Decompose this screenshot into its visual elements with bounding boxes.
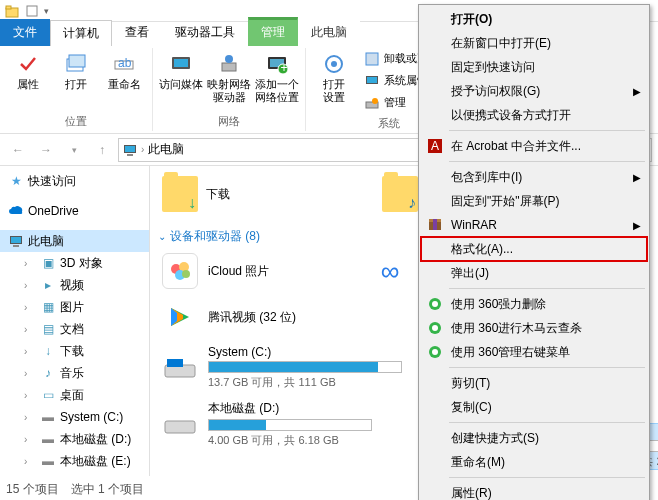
tree-downloads[interactable]: ›↓下载 [0,340,149,362]
ribbon-properties[interactable]: 属性 [6,48,50,112]
svg-rect-17 [366,53,378,65]
tab-drive-tools[interactable]: 驱动器工具 [162,19,248,46]
ctx-360-menu[interactable]: 使用 360管理右键菜单 [421,340,647,364]
pc-icon [123,143,137,157]
svg-text:A: A [431,139,439,153]
svg-point-21 [372,98,378,104]
submenu-arrow-icon: ▶ [633,220,641,231]
nav-forward-button[interactable]: → [34,138,58,162]
drive-icon [162,406,198,442]
nav-up-button[interactable]: ↑ [90,138,114,162]
ribbon-open[interactable]: 打开 [54,48,98,112]
folder-music-partial[interactable]: ♪ [382,174,422,214]
tree-documents[interactable]: ›▤文档 [0,318,149,340]
360-icon [427,296,443,312]
ctx-cut[interactable]: 剪切(T) [421,371,647,395]
cloud-icon [8,203,24,219]
tree-drive-e[interactable]: ›▬本地磁盘 (E:) [0,450,149,472]
add-location-icon: + [265,52,289,76]
status-selection: 选中 1 个项目 [71,481,144,498]
drive-d[interactable]: 本地磁盘 (D:)4.00 GB 可用，共 6.18 GB [162,400,372,448]
ctx-new-window[interactable]: 在新窗口中打开(E) [421,31,647,55]
ctx-winrar[interactable]: WinRAR▶ [421,213,647,237]
winrar-icon [427,217,443,233]
tab-manage[interactable]: 管理 [248,17,298,46]
app-icloud[interactable]: iCloud 照片 [162,253,342,289]
drive-icon: ▬ [40,431,56,447]
tree-drive-c[interactable]: ›▬System (C:) [0,406,149,428]
ribbon-open-settings[interactable]: 打开 设置 [312,48,356,114]
svg-rect-27 [13,245,19,247]
status-bar: 15 个项目 选中 1 个项目 [6,481,144,498]
ribbon-add-location[interactable]: +添加一个 网络位置 [255,48,299,112]
ribbon-group-network: 网络 [218,112,240,131]
open-icon [64,52,88,76]
ctx-properties[interactable]: 属性(R) [421,481,647,500]
ctx-copy[interactable]: 复制(C) [421,395,647,419]
ctx-acrobat[interactable]: A在 Acrobat 中合并文件... [421,134,647,158]
ribbon-rename[interactable]: ab重命名 [102,48,146,112]
svg-text:ab: ab [118,56,132,70]
ctx-shortcut[interactable]: 创建快捷方式(S) [421,426,647,450]
tree-drive-h[interactable]: ›▬DISK2 (H:) [0,472,149,476]
tree-music[interactable]: ›♪音乐 [0,362,149,384]
tree-drive-d[interactable]: ›▬本地磁盘 (D:) [0,428,149,450]
settings-icon [322,52,346,76]
ctx-eject[interactable]: 弹出(J) [421,261,647,285]
folder-icon: ↓ [162,176,198,212]
media-icon [169,52,193,76]
svg-rect-9 [222,63,236,71]
acrobat-icon: A [427,138,443,154]
pc-icon [8,233,24,249]
tab-computer[interactable]: 计算机 [50,20,112,46]
ctx-format[interactable]: 格式化(A)... [421,237,647,261]
tree-quick-access[interactable]: ★快速访问 [0,170,149,192]
svg-rect-34 [165,421,195,433]
uninstall-icon [364,51,380,67]
ribbon-access-media[interactable]: 访问媒体 [159,48,203,112]
svg-rect-19 [367,77,377,83]
app-baidu-partial[interactable]: ∞ [372,253,412,289]
ctx-open[interactable]: 打开(O) [421,7,647,31]
tree-3d-objects[interactable]: ›▣3D 对象 [0,252,149,274]
document-icon: ▤ [40,321,56,337]
drive-icon: ▬ [40,409,56,425]
nav-recent-button[interactable]: ▾ [62,138,86,162]
chevron-down-icon: ⌄ [158,231,166,242]
tab-file[interactable]: 文件 [0,19,50,46]
baidu-icon: ∞ [372,253,408,289]
qat-properties-icon[interactable] [24,3,40,19]
tree-onedrive[interactable]: OneDrive [0,200,149,222]
tree-videos[interactable]: ›▸视频 [0,274,149,296]
svg-rect-33 [167,359,183,367]
context-menu: 打开(O) 在新窗口中打开(E) 固定到快速访问 授予访问权限(G)▶ 以便携式… [418,4,650,500]
manage-icon [364,95,380,111]
nav-back-button[interactable]: ← [6,138,30,162]
ribbon-map-drive[interactable]: 映射网络 驱动器 [207,48,251,112]
tree-desktop[interactable]: ›▭桌面 [0,384,149,406]
folder-downloads[interactable]: ↓下载 [162,174,362,214]
picture-icon: ▦ [40,299,56,315]
svg-text:+: + [281,61,288,75]
ctx-rename[interactable]: 重命名(M) [421,450,647,474]
svg-rect-2 [27,6,37,16]
ctx-grant-access[interactable]: 授予访问权限(G)▶ [421,79,647,103]
app-tencent-video[interactable]: 腾讯视频 (32 位) [162,299,362,335]
tree-pictures[interactable]: ›▦图片 [0,296,149,318]
tab-view[interactable]: 查看 [112,19,162,46]
qat-dropdown-icon[interactable]: ▾ [44,6,49,16]
tencent-icon [162,299,198,335]
ctx-library[interactable]: 包含到库中(I)▶ [421,165,647,189]
system-icon [364,73,380,89]
ctx-pin-start[interactable]: 固定到"开始"屏幕(P) [421,189,647,213]
ctx-360-delete[interactable]: 使用 360强力删除 [421,292,647,316]
ctx-portable[interactable]: 以便携式设备方式打开 [421,103,647,127]
svg-rect-4 [69,55,85,67]
tree-this-pc[interactable]: 此电脑 [0,230,149,252]
cube-icon: ▣ [40,255,56,271]
svg-point-31 [182,270,190,278]
ctx-pin-quick[interactable]: 固定到快速访问 [421,55,647,79]
ribbon-group-location: 位置 [65,112,87,131]
ctx-360-scan[interactable]: 使用 360进行木马云查杀 [421,316,647,340]
drive-c[interactable]: System (C:)13.7 GB 可用，共 111 GB [162,345,402,390]
